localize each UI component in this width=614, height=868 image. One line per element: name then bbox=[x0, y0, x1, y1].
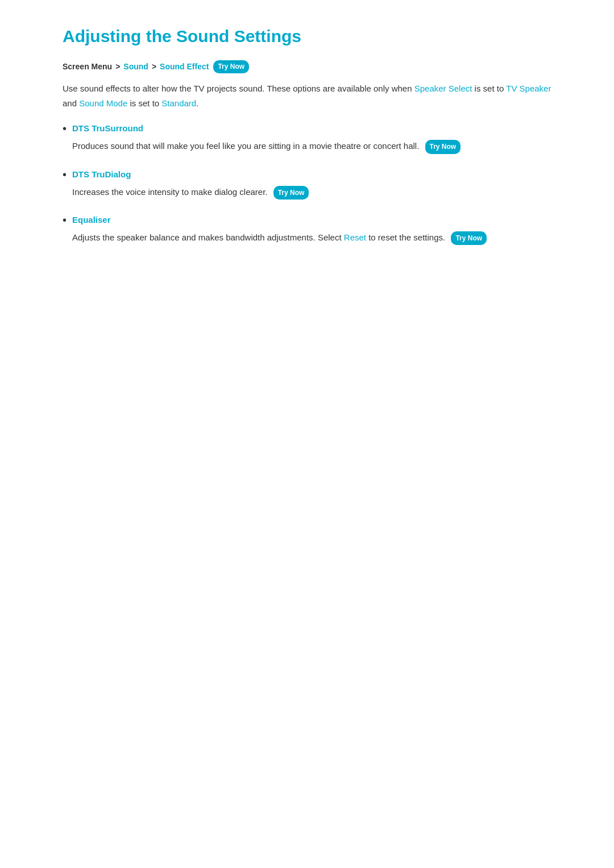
dts-trusurround-title[interactable]: DTS TruSurround bbox=[72, 122, 551, 135]
speaker-select-link[interactable]: Speaker Select bbox=[414, 84, 472, 93]
equaliser-desc-before: Adjusts the speaker balance and makes ba… bbox=[72, 232, 344, 242]
equaliser-reset-link[interactable]: Reset bbox=[344, 232, 366, 242]
breadcrumb-sound-effect-link[interactable]: Sound Effect bbox=[160, 60, 209, 73]
breadcrumb-sound-link[interactable]: Sound bbox=[123, 60, 148, 73]
breadcrumb-separator-1: > bbox=[115, 60, 120, 73]
intro-paragraph: Use sound effects to alter how the TV pr… bbox=[63, 81, 551, 110]
dts-trudialog-title[interactable]: DTS TruDialog bbox=[72, 168, 551, 181]
intro-text-before: Use sound effects to alter how the TV pr… bbox=[63, 84, 414, 93]
bullet-content-1: DTS TruSurround Produces sound that will… bbox=[72, 122, 551, 164]
dts-trusurround-description: Produces sound that will make you feel l… bbox=[72, 139, 551, 153]
feature-list: • DTS TruSurround Produces sound that wi… bbox=[63, 122, 551, 255]
page-container: Adjusting the Sound Settings Screen Menu… bbox=[34, 0, 580, 281]
equaliser-desc-after: to reset the settings. bbox=[366, 232, 445, 242]
dts-trusurround-try-now[interactable]: Try Now bbox=[425, 140, 461, 153]
bullet-content-3: Equaliser Adjusts the speaker balance an… bbox=[72, 213, 551, 255]
page-title: Adjusting the Sound Settings bbox=[63, 23, 551, 50]
list-item-dts-trusurround: • DTS TruSurround Produces sound that wi… bbox=[63, 122, 551, 164]
bullet-dot-1: • bbox=[63, 121, 67, 136]
dts-trusurround-desc-text: Produces sound that will make you feel l… bbox=[72, 141, 419, 151]
bullet-dot-3: • bbox=[63, 212, 67, 228]
bullet-dot-2: • bbox=[63, 167, 67, 182]
standard-link[interactable]: Standard bbox=[161, 98, 196, 108]
dts-trudialog-description: Increases the voice intensity to make di… bbox=[72, 185, 551, 200]
equaliser-description: Adjusts the speaker balance and makes ba… bbox=[72, 230, 551, 245]
dts-trudialog-desc-text: Increases the voice intensity to make di… bbox=[72, 187, 268, 197]
sound-mode-link[interactable]: Sound Mode bbox=[79, 98, 127, 108]
bullet-content-2: DTS TruDialog Increases the voice intens… bbox=[72, 168, 551, 210]
equaliser-title[interactable]: Equaliser bbox=[72, 213, 551, 227]
list-item-equaliser: • Equaliser Adjusts the speaker balance … bbox=[63, 213, 551, 255]
list-item-dts-trudialog: • DTS TruDialog Increases the voice inte… bbox=[63, 168, 551, 210]
breadcrumb-screen-menu: Screen Menu bbox=[63, 60, 112, 73]
intro-text-mid: is set to bbox=[472, 84, 506, 93]
intro-text-end: is set to bbox=[127, 98, 161, 108]
dts-trudialog-try-now[interactable]: Try Now bbox=[273, 186, 309, 200]
breadcrumb-separator-2: > bbox=[152, 60, 156, 73]
equaliser-try-now[interactable]: Try Now bbox=[451, 231, 487, 245]
intro-text-and: and bbox=[63, 98, 79, 108]
breadcrumb: Screen Menu > Sound > Sound Effect Try N… bbox=[63, 60, 551, 73]
tv-speaker-link[interactable]: TV Speaker bbox=[506, 84, 551, 93]
breadcrumb-try-now-badge[interactable]: Try Now bbox=[213, 60, 249, 73]
